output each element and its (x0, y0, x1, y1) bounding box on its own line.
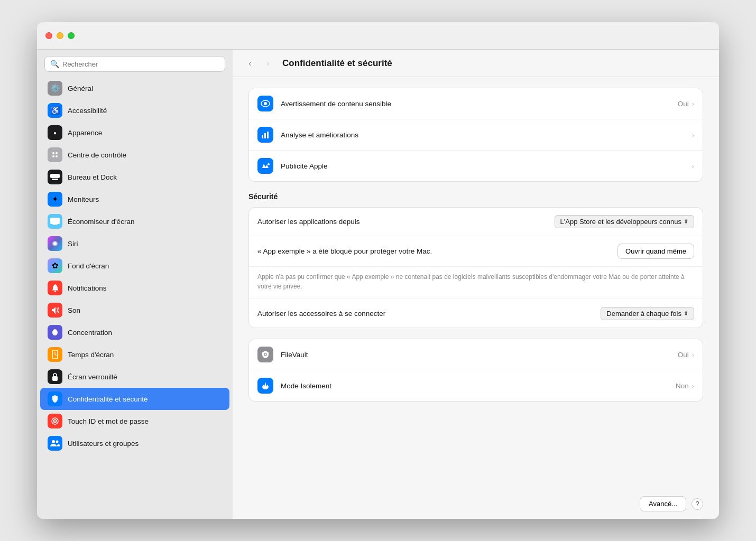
sidebar-item-appearance[interactable]: ● Apparence (40, 122, 229, 144)
allow-apps-label: Autoriser les applications depuis (257, 218, 555, 226)
privacy-section-card: Avertissement de contenu sensible Oui › … (248, 88, 703, 182)
svg-point-24 (265, 354, 266, 356)
sidebar-item-users-groups[interactable]: Utilisateurs et groupes (40, 432, 229, 454)
security-card: Autoriser les applications depuis L'App … (248, 207, 703, 328)
sidebar-item-screen-time[interactable]: Temps d'écran (40, 343, 229, 366)
filevault-value: Oui (678, 351, 689, 359)
svg-rect-20 (262, 135, 263, 138)
svg-point-9 (53, 242, 57, 245)
security-section-title: Sécurité (248, 192, 703, 201)
accessories-label: Autoriser les accessoires à se connecter (257, 310, 601, 318)
forward-button[interactable]: › (261, 57, 275, 70)
desktop-dock-icon (48, 170, 62, 184)
analytics-icon (257, 127, 273, 143)
security-section: Sécurité Autoriser les applications depu… (248, 192, 703, 328)
svg-point-15 (52, 440, 55, 443)
general-icon: ⚙️ (48, 81, 62, 96)
search-input[interactable] (62, 60, 219, 68)
svg-point-16 (56, 441, 59, 443)
sound-icon (48, 303, 62, 318)
sidebar-item-touch-id[interactable]: Touch ID et mot de passe (40, 410, 229, 432)
apple-ads-chevron: › (692, 162, 694, 170)
maximize-button[interactable] (68, 32, 75, 39)
screen-time-icon (48, 347, 62, 362)
apple-ads-row[interactable]: Publicité Apple › (249, 151, 703, 181)
sidebar-item-focus[interactable]: Concentration (40, 321, 229, 343)
sidebar-item-sound[interactable]: Son (40, 299, 229, 321)
lock-screen-icon (48, 369, 62, 384)
allow-apps-value: L'App Store et les développeurs connus (560, 218, 681, 226)
sidebar-item-displays[interactable]: ✦ Moniteurs (40, 188, 229, 210)
svg-point-10 (54, 291, 56, 292)
accessories-select[interactable]: Demander à chaque fois ⬍ (601, 307, 694, 320)
users-groups-icon (48, 436, 62, 451)
sensitive-content-row[interactable]: Avertissement de contenu sensible Oui › (249, 88, 703, 119)
analytics-label: Analyse et améliorations (281, 131, 692, 139)
isolation-row[interactable]: Mode Isolement Non › (249, 370, 703, 401)
svg-point-23 (268, 163, 270, 165)
sidebar-item-screensaver[interactable]: Économiseur d'écran (40, 210, 229, 232)
sidebar-label-screensaver: Économiseur d'écran (68, 218, 134, 226)
open-anyway-button[interactable]: Ouvrir quand même (617, 244, 694, 259)
focus-icon (48, 325, 62, 340)
sensitive-content-icon (257, 96, 273, 111)
sidebar-item-privacy-security[interactable]: Confidentialité et sécurité (40, 388, 229, 410)
sidebar-label-notifications: Notifications (68, 284, 107, 292)
appearance-icon: ● (48, 125, 62, 140)
sidebar-label-accessibility: Accessibilité (68, 107, 107, 115)
bottom-bar: Avancé... ? (233, 489, 719, 519)
svg-rect-7 (52, 225, 58, 226)
filevault-row[interactable]: FileVault Oui › (249, 339, 703, 370)
sidebar-item-siri[interactable]: Siri (40, 232, 229, 255)
sidebar-item-lock-screen[interactable]: Écran verrouillé (40, 366, 229, 388)
sidebar-label-touch-id: Touch ID et mot de passe (68, 417, 149, 425)
allow-apps-select[interactable]: L'App Store et les développeurs connus ⬍ (555, 215, 694, 228)
svg-rect-12 (52, 376, 58, 381)
close-button[interactable] (45, 32, 52, 39)
apple-ads-label: Publicité Apple (281, 162, 692, 170)
filevault-card: FileVault Oui › Mode Isolement Non › (248, 339, 703, 402)
sidebar-label-screen-time: Temps d'écran (68, 351, 114, 359)
privacy-security-icon (48, 391, 62, 406)
sidebar-item-desktop-dock[interactable]: Bureau et Dock (40, 166, 229, 188)
sidebar-item-wallpaper[interactable]: ✿ Fond d'écran (40, 255, 229, 277)
sidebar-item-control-center[interactable]: Centre de contrôle (40, 144, 229, 166)
svg-point-1 (56, 152, 58, 154)
sensitive-content-label: Avertissement de contenu sensible (281, 100, 678, 108)
sidebar-label-users-groups: Utilisateurs et groupes (68, 440, 139, 447)
sensitive-content-chevron: › (692, 100, 694, 108)
sidebar-item-general[interactable]: ⚙️ Général (40, 77, 229, 99)
allow-apps-row[interactable]: Autoriser les applications depuis L'App … (249, 208, 703, 236)
isolation-label: Mode Isolement (281, 382, 676, 390)
blocked-app-text: « App exemple » a été bloqué pour protég… (257, 247, 611, 255)
sidebar-label-focus: Concentration (68, 329, 112, 337)
sidebar-label-control-center: Centre de contrôle (68, 151, 126, 159)
apple-ads-icon (257, 158, 273, 174)
sidebar-item-accessibility[interactable]: ♿ Accessibilité (40, 99, 229, 122)
help-button[interactable]: ? (692, 498, 703, 510)
svg-point-3 (56, 155, 58, 157)
warning-text-row: Apple n'a pas pu confirmer que « App exe… (249, 267, 703, 299)
siri-icon (48, 236, 62, 251)
filevault-chevron: › (692, 351, 694, 359)
main-content: Avertissement de contenu sensible Oui › … (233, 77, 719, 489)
sidebar-label-desktop-dock: Bureau et Dock (68, 173, 117, 181)
search-bar[interactable]: 🔍 (44, 56, 225, 72)
warning-text: Apple n'a pas pu confirmer que « App exe… (257, 272, 694, 291)
back-button[interactable]: ‹ (243, 57, 257, 70)
sidebar-label-displays: Moniteurs (68, 195, 99, 203)
select-arrows-icon: ⬍ (684, 218, 688, 225)
sensitive-content-value: Oui (678, 100, 689, 108)
accessories-arrows-icon: ⬍ (684, 310, 688, 317)
sidebar-label-lock-screen: Écran verrouillé (68, 373, 117, 381)
main-header: ‹ › Confidentialité et sécurité (233, 50, 719, 77)
sidebar-item-notifications[interactable]: Notifications (40, 277, 229, 299)
minimize-button[interactable] (57, 32, 63, 39)
main-panel: ‹ › Confidentialité et sécurité Avertiss… (233, 50, 719, 519)
svg-rect-4 (50, 174, 60, 178)
accessories-row[interactable]: Autoriser les accessoires à se connecter… (249, 299, 703, 328)
advanced-button[interactable]: Avancé... (640, 496, 686, 511)
accessibility-icon: ♿ (48, 103, 62, 118)
analytics-row[interactable]: Analyse et améliorations › (249, 119, 703, 151)
blocked-app-row: « App exemple » a été bloqué pour protég… (249, 236, 703, 267)
